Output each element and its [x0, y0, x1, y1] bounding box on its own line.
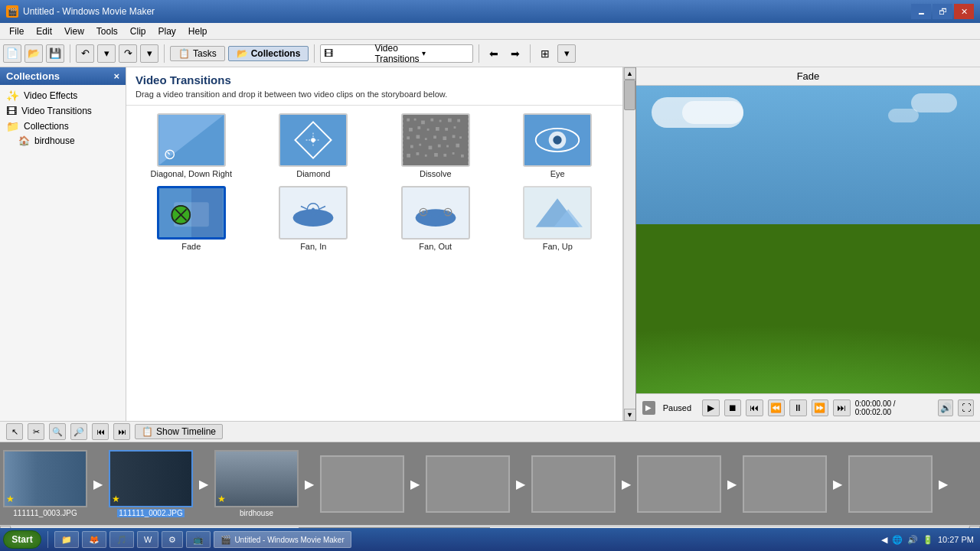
collections-panel-close[interactable]: × — [113, 70, 119, 82]
storyboard-next-frame[interactable]: ⏭ — [113, 423, 130, 440]
sidebar-item-video-effects[interactable]: ✨ Video Effects — [3, 88, 122, 103]
tray-expand[interactable]: ◀ — [881, 535, 887, 545]
storyboard-prev-frame[interactable]: ⏮ — [92, 423, 109, 440]
new-button[interactable]: 📄 — [3, 44, 21, 63]
scrollbar-up[interactable]: ▲ — [624, 67, 636, 80]
transition-diamond[interactable]: Diamond — [256, 113, 371, 178]
taskbar-app-media[interactable]: 🎵 — [109, 531, 134, 548]
menu-clip[interactable]: Clip — [124, 24, 152, 38]
transition-arrow-9[interactable]: ▶ — [933, 455, 954, 513]
transition-arrow-3[interactable]: ▶ — [299, 455, 320, 513]
svg-rect-14 — [439, 120, 441, 122]
sidebar-item-video-transitions[interactable]: 🎞 Video Transitions — [3, 103, 122, 119]
taskbar-separator — [47, 531, 48, 548]
transition-arrow-4[interactable]: ▶ — [404, 455, 426, 513]
transition-fan-up[interactable]: Fan, Up — [501, 186, 616, 251]
transition-arrow-8[interactable]: ▶ — [827, 455, 848, 513]
menu-help[interactable]: Help — [182, 24, 214, 38]
transition-arrow-5[interactable]: ▶ — [510, 455, 531, 513]
close-button[interactable]: ✕ — [954, 4, 974, 19]
volume-tray-icon[interactable]: 🔊 — [907, 535, 918, 545]
undo-button[interactable]: ↶ — [76, 44, 94, 63]
transition-arrow-6[interactable]: ▶ — [616, 455, 637, 513]
menu-tools[interactable]: Tools — [90, 24, 124, 38]
story-clip-2[interactable]: ★ 111111_0002.JPG — [109, 450, 193, 517]
volume-button[interactable]: 🔊 — [938, 399, 954, 416]
storyboard-zoomin[interactable]: 🔍 — [49, 423, 66, 440]
preview-ff[interactable]: ⏩ — [812, 399, 829, 416]
preview-stop[interactable]: ⏹ — [724, 399, 742, 416]
tasks-label: Tasks — [193, 48, 217, 59]
view-dropdown[interactable]: ▾ — [557, 44, 576, 63]
transition-arrow-2[interactable]: ▶ — [193, 455, 214, 513]
preview-play[interactable]: ▶ — [702, 399, 720, 416]
preview-next[interactable]: ⏭ — [833, 399, 851, 416]
transition-dissolve[interactable]: Dissolve — [378, 113, 493, 178]
menu-view[interactable]: View — [58, 24, 90, 38]
window-controls: 🗕 🗗 ✕ — [911, 4, 974, 19]
tasks-button[interactable]: 📋 Tasks — [170, 46, 225, 61]
scrollbar-thumb[interactable] — [624, 80, 635, 110]
collections-label: Collections — [251, 48, 301, 59]
transition-fan-in[interactable]: Fan, In — [256, 186, 371, 251]
transitions-scrollbar[interactable]: ▲ ▼ — [623, 67, 635, 421]
collections-panel-title: Collections — [6, 70, 60, 82]
svg-point-57 — [312, 207, 315, 210]
sidebar-item-birdhouse[interactable]: 🏠 birdhouse — [3, 134, 122, 148]
svg-point-46 — [554, 135, 562, 144]
story-clip-3[interactable]: ★ birdhouse — [214, 450, 299, 517]
transition-arrow-1[interactable]: ▶ — [87, 455, 109, 513]
category-dropdown[interactable]: 🎞 Video Transitions ▾ — [320, 44, 473, 63]
transition-fan-out[interactable]: Fan, Out — [378, 186, 493, 251]
transition-eye[interactable]: Eye — [501, 113, 616, 178]
open-button[interactable]: 📂 — [24, 44, 43, 63]
sidebar-item-collections[interactable]: 📁 Collections — [3, 119, 122, 134]
minimize-button[interactable]: 🗕 — [911, 4, 931, 19]
menu-file[interactable]: File — [3, 24, 30, 38]
transition-diagonal-down-right[interactable]: Diagonal, Down Right — [134, 113, 249, 178]
storyboard-select[interactable]: ↖ — [6, 423, 23, 440]
fullscreen-button[interactable]: ⛶ — [958, 399, 974, 416]
view-button[interactable]: ⊞ — [536, 44, 554, 63]
story-label-3: birdhouse — [240, 509, 273, 517]
taskbar-app-firefox[interactable]: 🦊 — [82, 531, 106, 548]
redo-button[interactable]: ↷ — [119, 44, 137, 63]
menu-edit[interactable]: Edit — [30, 24, 58, 38]
taskbar-app-explorer[interactable]: 📁 — [54, 531, 79, 548]
preview-pause[interactable]: ⏸ — [789, 399, 807, 416]
collections-button[interactable]: 📂 Collections — [228, 46, 309, 61]
show-timeline-button[interactable]: 📋 Show Timeline — [135, 424, 223, 439]
menu-play[interactable]: Play — [152, 24, 182, 38]
transition-thumb-diagonal — [157, 113, 226, 167]
undo-dropdown[interactable]: ▾ — [97, 44, 116, 63]
svg-rect-15 — [448, 119, 452, 122]
transition-arrow-7[interactable]: ▶ — [721, 455, 743, 513]
sidebar-item-video-effects-label: Video Effects — [24, 90, 77, 101]
storyboard-zoomout[interactable]: 🔎 — [70, 423, 87, 440]
story-empty-3 — [531, 455, 616, 513]
story-empty-2 — [426, 455, 510, 513]
start-button[interactable]: Start — [3, 530, 41, 549]
svg-rect-31 — [419, 144, 421, 146]
transition-fade[interactable]: Fade — [134, 186, 249, 251]
storyboard-trim[interactable]: ✂ — [28, 423, 44, 440]
svg-rect-26 — [433, 135, 436, 139]
maximize-button[interactable]: 🗗 — [933, 4, 952, 19]
taskbar-app-word[interactable]: W — [137, 531, 158, 548]
forward-button[interactable]: ➡ — [506, 44, 524, 63]
back-button[interactable]: ⬅ — [485, 44, 503, 63]
svg-rect-41 — [452, 152, 454, 155]
scrollbar-down[interactable]: ▼ — [624, 409, 636, 421]
window-title: Untitled - Windows Movie Maker — [23, 6, 155, 17]
taskbar-app-tv[interactable]: 📺 — [186, 531, 211, 548]
scrollbar-track[interactable] — [624, 80, 635, 409]
taskbar-app-settings[interactable]: ⚙ — [162, 531, 183, 548]
save-button[interactable]: 💾 — [46, 44, 64, 63]
taskbar-active-window[interactable]: 🎬 Untitled - Windows Movie Maker — [214, 531, 351, 548]
preview-rew[interactable]: ⏪ — [768, 399, 786, 416]
svg-rect-42 — [461, 155, 464, 158]
birdhouse-icon: 🏠 — [18, 135, 30, 146]
preview-prev[interactable]: ⏮ — [746, 399, 763, 416]
story-clip-1[interactable]: ★ 111111_0003.JPG — [3, 450, 87, 517]
redo-dropdown[interactable]: ▾ — [140, 44, 158, 63]
